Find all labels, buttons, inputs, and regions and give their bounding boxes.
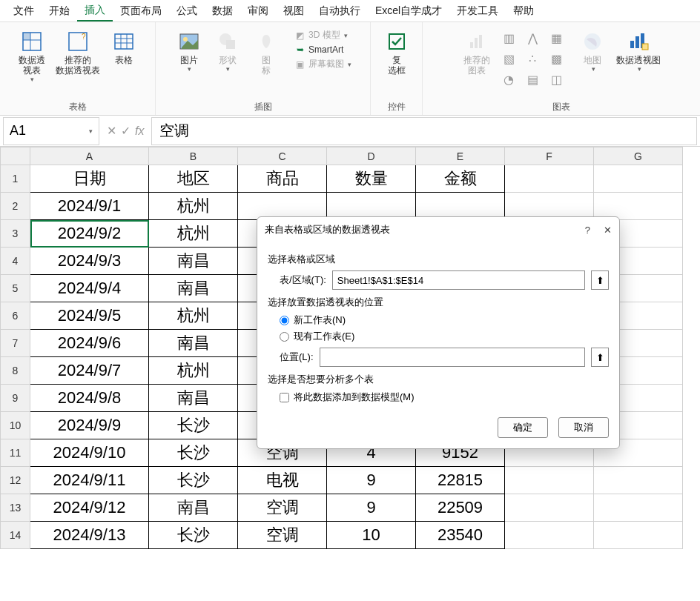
cell-B8[interactable]: 杭州	[149, 357, 238, 385]
cell-A1[interactable]: 日期	[30, 165, 149, 193]
cell-A11[interactable]: 2024/9/10	[30, 439, 149, 467]
cell-B3[interactable]: 杭州	[149, 220, 238, 248]
row-header-9[interactable]: 9	[1, 385, 30, 412]
row-header-8[interactable]: 8	[1, 357, 30, 385]
cell-C12[interactable]: 电视	[238, 467, 327, 494]
cell-E12[interactable]: 22815	[416, 467, 505, 494]
row-header-6[interactable]: 6	[1, 302, 30, 330]
cell-A14[interactable]: 2024/9/13	[30, 522, 149, 549]
cancel-button[interactable]: 取消	[558, 417, 609, 438]
cell-C1[interactable]: 商品	[238, 165, 327, 193]
cell-G2[interactable]	[594, 193, 683, 220]
chart-type-grid[interactable]: ▥ ⋀ ▦ ▧ ∴ ▩ ◔ ▤ ◫	[498, 28, 567, 89]
col-header-A[interactable]: A	[30, 147, 149, 165]
cell-D13[interactable]: 9	[327, 494, 416, 522]
cell-A13[interactable]: 2024/9/12	[30, 494, 149, 522]
pivot-table-button[interactable]: 数据透 视表 ▾	[14, 28, 50, 84]
menu-tab-6[interactable]: 审阅	[240, 1, 276, 21]
row-header-10[interactable]: 10	[1, 412, 30, 439]
ok-button[interactable]: 确定	[498, 417, 548, 438]
menu-tab-8[interactable]: 自动执行	[311, 1, 368, 21]
cell-F14[interactable]	[505, 522, 594, 549]
cell-B6[interactable]: 杭州	[149, 302, 238, 330]
cell-B4[interactable]: 南昌	[149, 248, 238, 275]
scatter-chart-icon[interactable]: ∴	[521, 49, 544, 68]
fx-icon[interactable]: fx	[135, 124, 144, 138]
row-header-13[interactable]: 13	[1, 494, 30, 522]
chevron-down-icon[interactable]: ▾	[89, 127, 93, 135]
menu-tab-11[interactable]: 帮助	[506, 1, 541, 21]
row-header-4[interactable]: 4	[1, 248, 30, 275]
cell-A7[interactable]: 2024/9/6	[30, 330, 149, 357]
close-icon[interactable]: ✕	[604, 225, 612, 236]
table-button[interactable]: 表格	[106, 28, 142, 67]
cell-G12[interactable]	[594, 467, 683, 494]
model3d-button[interactable]: ◩ 3D 模型 ▾	[291, 28, 355, 42]
cell-A2[interactable]: 2024/9/1	[30, 193, 149, 220]
cell-B12[interactable]: 长沙	[149, 467, 238, 494]
recommended-pivot-button[interactable]: ? 推荐的 数据透视表	[53, 28, 103, 77]
cell-A8[interactable]: 2024/9/7	[30, 357, 149, 385]
row-header-2[interactable]: 2	[1, 193, 30, 220]
radio-existing-sheet[interactable]: 现有工作表(E)	[280, 330, 609, 343]
col-header-B[interactable]: B	[149, 147, 238, 165]
col-header-E[interactable]: E	[416, 147, 505, 165]
bar-chart-icon[interactable]: ▥	[498, 28, 520, 47]
histogram-chart-icon[interactable]: ▤	[521, 70, 544, 89]
cell-B14[interactable]: 长沙	[149, 522, 238, 549]
row-header-14[interactable]: 14	[1, 522, 30, 549]
row-header-3[interactable]: 3	[1, 220, 30, 248]
cell-A6[interactable]: 2024/9/5	[30, 302, 149, 330]
surface-chart-icon[interactable]: ▩	[545, 49, 567, 68]
cell-C14[interactable]: 空调	[238, 522, 327, 549]
col-header-F[interactable]: F	[505, 147, 594, 165]
menu-tab-4[interactable]: 公式	[169, 1, 205, 21]
map-chart-button[interactable]: 地图 ▾	[575, 28, 610, 74]
cell-A5[interactable]: 2024/9/4	[30, 275, 149, 302]
cell-B10[interactable]: 长沙	[149, 412, 238, 439]
cell-C2[interactable]	[238, 193, 327, 220]
cell-B9[interactable]: 南昌	[149, 385, 238, 412]
pie-chart-icon[interactable]: ◔	[498, 70, 520, 89]
treemap-chart-icon[interactable]: ▦	[545, 28, 567, 47]
cell-D2[interactable]	[327, 193, 416, 220]
menu-tab-10[interactable]: 开发工具	[449, 1, 506, 21]
line-chart-icon[interactable]: ⋀	[521, 28, 544, 47]
cell-B5[interactable]: 南昌	[149, 275, 238, 302]
menu-tab-2[interactable]: 插入	[77, 1, 113, 21]
cell-F13[interactable]	[505, 494, 594, 522]
menu-tab-5[interactable]: 数据	[205, 1, 240, 21]
radio-new-sheet[interactable]: 新工作表(N)	[280, 313, 609, 327]
menu-tab-7[interactable]: 视图	[276, 1, 311, 21]
menu-tab-3[interactable]: 页面布局	[113, 1, 169, 21]
row-header-5[interactable]: 5	[1, 275, 30, 302]
waterfall-chart-icon[interactable]: ▧	[498, 49, 520, 68]
col-header-G[interactable]: G	[594, 147, 683, 165]
select-all-corner[interactable]	[1, 147, 30, 165]
picture-button[interactable]: 图片 ▾	[171, 28, 207, 74]
range-picker-icon[interactable]: ⬆	[591, 270, 609, 290]
cell-B2[interactable]: 杭州	[149, 193, 238, 220]
col-header-C[interactable]: C	[238, 147, 327, 165]
smartart-button[interactable]: ➥ SmartArt	[291, 44, 355, 56]
cell-B11[interactable]: 长沙	[149, 439, 238, 467]
cell-E2[interactable]	[416, 193, 505, 220]
shapes-button[interactable]: 形状 ▾	[210, 28, 245, 74]
cell-G1[interactable]	[594, 165, 683, 193]
pivot-chart-button[interactable]: 数据透视图 ▾	[613, 28, 664, 74]
cell-F2[interactable]	[505, 193, 594, 220]
cell-G13[interactable]	[594, 494, 683, 522]
cell-D12[interactable]: 9	[327, 467, 416, 494]
checkbox-control-button[interactable]: 复 选框	[379, 28, 415, 77]
menu-tab-9[interactable]: Excel自学成才	[368, 1, 449, 21]
col-header-D[interactable]: D	[327, 147, 416, 165]
row-header-11[interactable]: 11	[1, 439, 30, 467]
screenshot-button[interactable]: ▣ 屏幕截图 ▾	[291, 57, 355, 71]
cell-B1[interactable]: 地区	[149, 165, 238, 193]
cell-F12[interactable]	[505, 467, 594, 494]
menu-tab-0[interactable]: 文件	[6, 1, 42, 21]
cell-F1[interactable]	[505, 165, 594, 193]
range-input[interactable]	[332, 270, 585, 290]
recommended-charts-button[interactable]: 推荐的 图表	[459, 28, 495, 77]
cell-A10[interactable]: 2024/9/9	[30, 412, 149, 439]
